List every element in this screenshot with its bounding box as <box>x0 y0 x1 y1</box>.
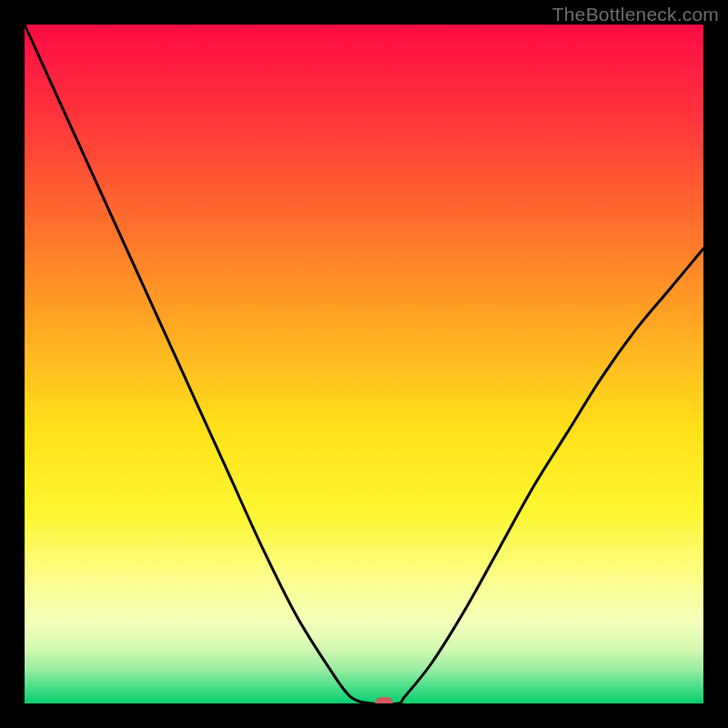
chart-frame: TheBottleneck.com <box>0 0 728 728</box>
plot-area <box>25 25 703 703</box>
minimum-marker <box>375 697 393 703</box>
watermark-label: TheBottleneck.com <box>552 4 719 25</box>
bottleneck-curve <box>25 25 703 703</box>
